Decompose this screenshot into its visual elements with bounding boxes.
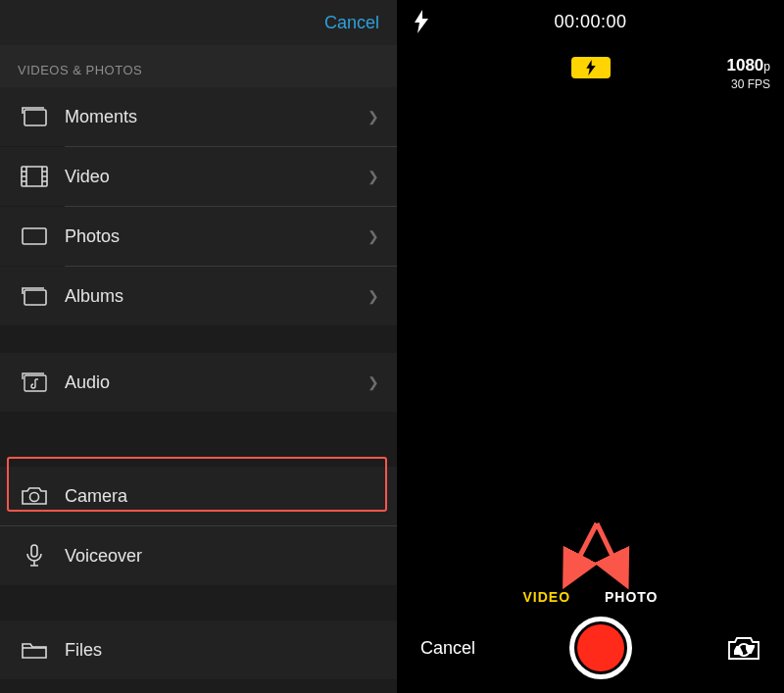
chevron-right-icon: ❯ [368, 288, 379, 304]
menu-item-files[interactable]: Files [0, 620, 397, 679]
spacer [0, 325, 397, 353]
resolution-value: 1080 [726, 56, 763, 74]
spacer [0, 585, 397, 620]
menu-item-label: Video [51, 167, 368, 187]
menu-item-label: Photos [51, 226, 368, 247]
switch-camera-button[interactable] [702, 634, 760, 662]
svg-point-5 [30, 493, 39, 502]
photos-icon [18, 223, 51, 249]
camera-top-bar: 00:00:00 [397, 0, 784, 33]
recording-timer: 00:00:00 [428, 12, 753, 32]
chevron-right-icon: ❯ [368, 109, 379, 124]
svg-rect-2 [23, 228, 46, 244]
mode-photo[interactable]: PHOTO [605, 589, 659, 605]
chevron-right-icon: ❯ [368, 374, 379, 390]
chevron-right-icon: ❯ [368, 169, 379, 184]
resolution-suffix: p [763, 60, 770, 74]
menu-item-label: Files [51, 640, 379, 661]
audio-icon [18, 370, 51, 395]
svg-rect-3 [24, 290, 46, 305]
menu-item-voiceover[interactable]: Voiceover [0, 526, 397, 585]
video-icon [18, 164, 51, 189]
record-button-inner [577, 624, 624, 671]
svg-rect-6 [31, 545, 37, 557]
camera-screen: 00:00:00 1080p 30 FPS [397, 0, 784, 693]
record-button[interactable] [569, 617, 632, 679]
flash-toggle-icon[interactable] [415, 10, 428, 33]
menu-item-video[interactable]: Video ❯ [0, 147, 397, 206]
fps-label: FPS [748, 77, 770, 91]
media-picker-screen: Cancel VIDEOS & PHOTOS Moments ❯ [0, 0, 397, 693]
section-header: VIDEOS & PHOTOS [0, 45, 397, 87]
microphone-icon [18, 543, 51, 569]
capture-mode-selector[interactable]: VIDEO PHOTO [397, 589, 784, 605]
fps-value: 30 [731, 77, 744, 91]
folder-icon [18, 637, 51, 663]
menu-item-label: Audio [51, 372, 368, 393]
annotation-arrows [558, 520, 636, 590]
menu-item-camera[interactable]: Camera [0, 467, 397, 525]
menu-item-photos[interactable]: Photos ❯ [0, 207, 397, 266]
resolution-toggle[interactable]: 1080p 30 FPS [726, 57, 770, 93]
cancel-button[interactable]: Cancel [324, 13, 379, 33]
moments-icon [18, 104, 51, 129]
svg-rect-0 [24, 110, 46, 125]
menu-item-label: Camera [51, 486, 379, 507]
mode-video[interactable]: VIDEO [523, 589, 571, 605]
menu-item-label: Moments [51, 107, 368, 127]
chevron-right-icon: ❯ [368, 228, 379, 244]
spacer [0, 412, 397, 467]
camera-bottom-bar: Cancel [397, 613, 784, 683]
camera-cancel-button[interactable]: Cancel [420, 638, 499, 659]
menu-item-label: Voiceover [51, 546, 379, 567]
flash-on-badge [571, 57, 611, 78]
menu-item-moments[interactable]: Moments ❯ [0, 87, 397, 146]
camera-icon [18, 483, 51, 509]
topbar: Cancel [0, 0, 397, 45]
menu-item-audio[interactable]: Audio ❯ [0, 353, 397, 412]
albums-icon [18, 283, 51, 309]
menu-item-albums[interactable]: Albums ❯ [0, 267, 397, 325]
menu-item-label: Albums [51, 286, 368, 307]
